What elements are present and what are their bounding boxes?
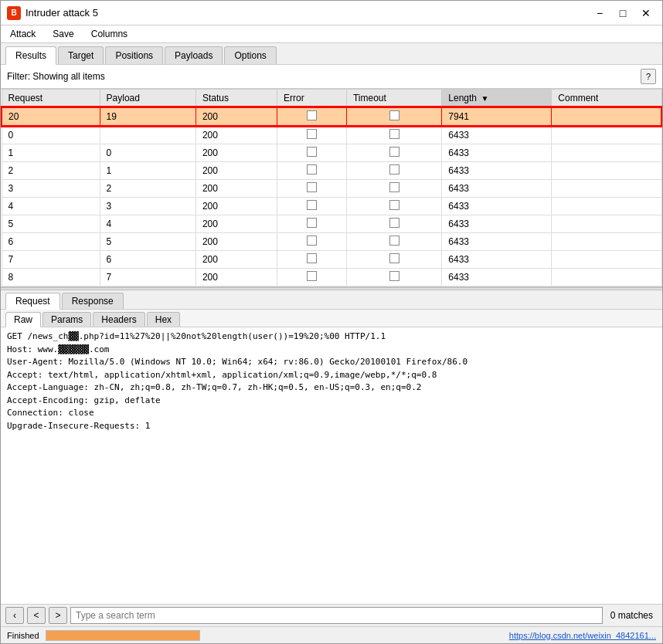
error-checkbox[interactable] (307, 218, 317, 228)
cell-comment (552, 107, 661, 126)
back-button[interactable]: ‹ (5, 607, 24, 624)
cell-comment (552, 251, 661, 269)
cell-status: 200 (196, 269, 277, 286)
error-checkbox[interactable] (307, 164, 317, 175)
cell-status: 200 (196, 126, 277, 144)
cell-length: 6433 (442, 162, 552, 180)
col-comment[interactable]: Comment (552, 90, 661, 108)
cell-payload: 19 (100, 107, 196, 126)
main-content: Filter: Showing all items ? Request Payl… (1, 65, 662, 626)
minimize-button[interactable]: − (590, 5, 610, 21)
timeout-checkbox[interactable] (389, 236, 400, 246)
menu-columns[interactable]: Columns (87, 27, 132, 41)
timeout-checkbox[interactable] (389, 182, 400, 192)
cell-length: 6433 (442, 233, 552, 251)
timeout-checkbox[interactable] (389, 200, 400, 210)
cell-request: 6 (2, 233, 100, 251)
cell-status: 200 (196, 233, 277, 251)
error-checkbox[interactable] (307, 236, 317, 246)
cell-length: 6433 (442, 198, 552, 215)
cell-request: 3 (2, 180, 100, 198)
timeout-checkbox[interactable] (389, 129, 400, 139)
status-url[interactable]: https://blog.csdn.net/weixin_4842161... (509, 631, 656, 640)
status-progress-bar (46, 630, 200, 641)
cell-comment (552, 126, 661, 144)
sub-tab-response[interactable]: Response (62, 293, 124, 309)
prev-button[interactable]: < (27, 607, 46, 624)
inner-tab-hex[interactable]: Hex (147, 312, 180, 327)
error-checkbox[interactable] (307, 253, 317, 263)
cell-comment (552, 215, 661, 233)
next-button[interactable]: > (49, 607, 67, 624)
cell-length: 6433 (442, 180, 552, 198)
cell-comment (552, 233, 661, 251)
cell-payload: 5 (100, 233, 196, 251)
status-bar: Finished https://blog.csdn.net/weixin_48… (1, 626, 662, 643)
filter-bar: Filter: Showing all items ? (1, 65, 662, 89)
table-row[interactable]: 762006433 (2, 251, 661, 269)
cell-length: 6433 (442, 126, 552, 144)
col-length[interactable]: Length ▼ (442, 90, 552, 108)
cell-request: 20 (2, 107, 100, 126)
cell-payload (100, 126, 196, 144)
timeout-checkbox[interactable] (389, 147, 400, 157)
menu-attack[interactable]: Attack (5, 27, 40, 41)
cell-comment (552, 198, 661, 215)
col-request[interactable]: Request (2, 90, 100, 108)
main-tab-bar: Results Target Positions Payloads Option… (1, 43, 662, 65)
timeout-checkbox[interactable] (389, 110, 400, 120)
sub-tab-request[interactable]: Request (5, 293, 60, 310)
timeout-checkbox[interactable] (389, 271, 400, 281)
window-controls: − □ ✕ (590, 5, 656, 21)
table-row[interactable]: 212006433 (2, 162, 661, 180)
cell-request: 7 (2, 251, 100, 269)
title-bar: B Intruder attack 5 − □ ✕ (1, 1, 662, 25)
close-button[interactable]: ✕ (636, 5, 656, 21)
error-checkbox[interactable] (307, 110, 317, 120)
cell-length: 6433 (442, 144, 552, 162)
inner-tab-params[interactable]: Params (42, 312, 91, 327)
error-checkbox[interactable] (307, 129, 317, 139)
error-checkbox[interactable] (307, 182, 317, 192)
table-row[interactable]: 02006433 (2, 126, 661, 144)
cell-status: 200 (196, 162, 277, 180)
tab-target[interactable]: Target (58, 46, 104, 64)
tab-payloads[interactable]: Payloads (165, 46, 223, 64)
table-row[interactable]: 872006433 (2, 269, 661, 286)
help-button[interactable]: ? (641, 69, 656, 84)
cell-request: 1 (2, 144, 100, 162)
timeout-checkbox[interactable] (389, 253, 400, 263)
table-row[interactable]: 542006433 (2, 215, 661, 233)
error-checkbox[interactable] (307, 271, 317, 281)
col-error[interactable]: Error (277, 90, 347, 108)
col-status[interactable]: Status (196, 90, 277, 108)
tab-options[interactable]: Options (224, 46, 276, 64)
table-body: 2019200794102006433102006433212006433322… (2, 107, 661, 286)
cell-comment (552, 162, 661, 180)
timeout-checkbox[interactable] (389, 164, 400, 175)
search-input[interactable] (70, 607, 603, 624)
timeout-checkbox[interactable] (389, 218, 400, 228)
cell-comment (552, 180, 661, 198)
table-header-row: Request Payload Status Error Timeout Len… (2, 90, 661, 108)
table-row[interactable]: 20192007941 (2, 107, 661, 126)
cell-payload: 1 (100, 162, 196, 180)
title-bar-left: B Intruder attack 5 (7, 6, 98, 20)
inner-tab-raw[interactable]: Raw (5, 312, 41, 327)
menu-save[interactable]: Save (48, 27, 78, 41)
cell-payload: 2 (100, 180, 196, 198)
tab-results[interactable]: Results (5, 46, 56, 65)
maximize-button[interactable]: □ (613, 5, 633, 21)
table-row[interactable]: 432006433 (2, 198, 661, 215)
col-payload[interactable]: Payload (100, 90, 196, 108)
col-timeout[interactable]: Timeout (346, 90, 441, 108)
table-row[interactable]: 652006433 (2, 233, 661, 251)
error-checkbox[interactable] (307, 200, 317, 210)
table-row[interactable]: 322006433 (2, 180, 661, 198)
error-checkbox[interactable] (307, 147, 317, 157)
results-table: Request Payload Status Error Timeout Len… (1, 89, 662, 286)
table-row[interactable]: 102006433 (2, 144, 661, 162)
tab-positions[interactable]: Positions (105, 46, 163, 64)
inner-tab-headers[interactable]: Headers (93, 312, 144, 327)
filter-text: Filter: Showing all items (7, 71, 105, 82)
